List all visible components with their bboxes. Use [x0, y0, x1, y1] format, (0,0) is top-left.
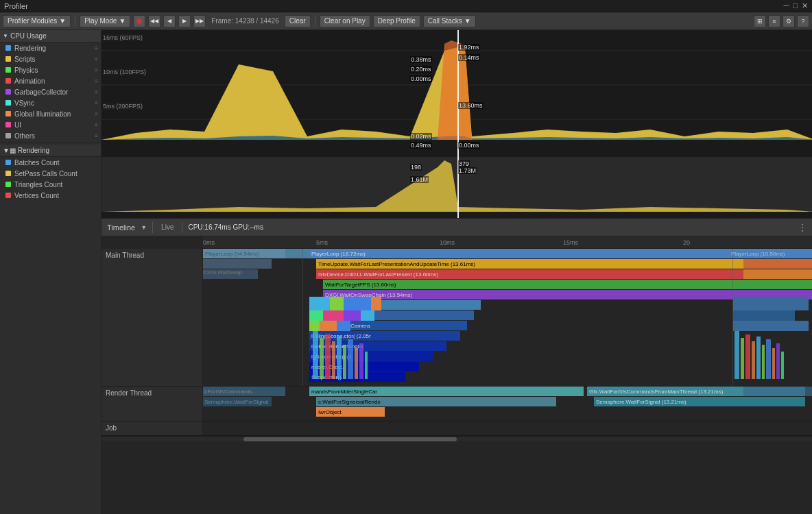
- toolbar-separator-1: [75, 16, 75, 27]
- clear-btn[interactable]: Clear: [285, 15, 311, 27]
- sidebar-item-gi[interactable]: Global Illumination ≡: [0, 108, 101, 119]
- maximize-icon[interactable]: □: [793, 1, 798, 10]
- svg-rect-14: [309, 310, 323, 321]
- close-icon[interactable]: ✕: [802, 1, 808, 10]
- timeline-menu-btn[interactable]: ⋮: [798, 223, 807, 232]
- cpu-section-header[interactable]: ▼ CPU Usage: [0, 30, 101, 42]
- bar-left-3: DXGl.WaitSwap: [203, 269, 258, 279]
- rt-left-1: lrForGfsCommands...: [203, 387, 285, 396]
- timeline-live: Live: [158, 223, 176, 231]
- sidebar-item-rendering[interactable]: Rendering ≡: [0, 42, 101, 53]
- prev-btn[interactable]: ◀: [163, 15, 176, 27]
- svg-rect-38: [745, 334, 750, 379]
- sidebar-item-setpass-count[interactable]: SetPass Calls Count: [0, 168, 101, 179]
- layout-btn-2[interactable]: ≡: [768, 15, 780, 27]
- svg-rect-11: [330, 297, 344, 310]
- svg-rect-12: [344, 297, 371, 310]
- settings-btn[interactable]: ⚙: [783, 15, 795, 27]
- timeline-content[interactable]: 0ms 5ms 10ms 15ms 20 Main Thread PlayerL…: [102, 236, 812, 514]
- main-thread-row: Main Thread PlayerLoop (h4.54ms) DXGl.Wa…: [102, 249, 812, 387]
- scripts-dot: [5, 56, 11, 62]
- svg-rect-44: [776, 343, 780, 379]
- perf-graph[interactable]: 16ms (60FPS) 10ms (100FPS) 5ms (200FPS) …: [102, 30, 812, 219]
- fps-label-200: 5ms (200FPS): [103, 103, 143, 110]
- ms-ann-0.00b: 0.00ms: [458, 142, 480, 149]
- rendering-section-header[interactable]: ▼ ▦ Rendering: [0, 145, 101, 157]
- minimize-icon[interactable]: ─: [784, 1, 789, 10]
- sidebar-divider: [0, 143, 101, 143]
- rendering-arrow: ▼: [3, 147, 10, 154]
- ms-ann-1.73M: 1.73M: [458, 167, 477, 174]
- clear-on-play-btn[interactable]: Clear on Play: [320, 15, 370, 27]
- ms-ann-1.92: 1.92ms: [458, 44, 480, 51]
- h-scrollbar-thumb[interactable]: [243, 437, 457, 441]
- fps-label-100: 10ms (100FPS): [103, 69, 146, 75]
- next-frame-btn[interactable]: ▶▶: [193, 15, 206, 27]
- timeline-dropdown-icon[interactable]: ▼: [141, 224, 147, 231]
- rt-main-2: c:WaitForSignersalRende: [316, 397, 556, 406]
- job-label: Job: [102, 421, 203, 435]
- section-divider-left: [302, 249, 303, 386]
- timeline-header: Timeline ▼ Live CPU:16.74ms GPU:--ms ⋮: [102, 219, 812, 236]
- sidebar-item-batches-count[interactable]: Batches Count: [0, 157, 101, 168]
- call-stacks-btn[interactable]: Call Stacks ▼: [423, 15, 476, 27]
- sidebar-item-ui[interactable]: UI ≡: [0, 119, 101, 130]
- fps-label-60: 16ms (60FPS): [103, 34, 143, 41]
- sidebar-item-triangles-count[interactable]: Triangles Count: [0, 179, 101, 190]
- time-ruler: 0ms 5ms 10ms 15ms 20: [203, 236, 812, 249]
- ms-ann-1.61M: 1.61M: [410, 176, 429, 183]
- dropdown-icon: ▼: [119, 17, 126, 25]
- help-btn[interactable]: ?: [797, 15, 809, 27]
- main-layout: ▼ CPU Usage Rendering ≡ Scripts ≡ Physic…: [0, 30, 812, 514]
- job-tracks: [203, 421, 812, 435]
- ms-ann-13.60: 13.60ms: [458, 102, 483, 109]
- next-btn[interactable]: ▶: [178, 15, 191, 27]
- rendering-dot: [5, 45, 11, 51]
- svg-rect-20: [337, 321, 350, 331]
- vertices-dot: [5, 193, 11, 198]
- batches-dot: [5, 160, 11, 165]
- gc-dot: [5, 89, 11, 95]
- sidebar-item-animation[interactable]: Animation ≡: [0, 75, 101, 86]
- animation-dot: [5, 78, 11, 84]
- sidebar-item-vsync[interactable]: VSync ≡: [0, 97, 101, 108]
- svg-rect-25: [332, 341, 335, 379]
- timeupdate-bar: TimeUpdate.WaitForLastPresentationAndUpd…: [316, 259, 812, 269]
- svg-rect-30: [359, 343, 363, 379]
- triangles-dot: [5, 182, 11, 187]
- svg-rect-31: [365, 352, 368, 379]
- svg-rect-41: [762, 345, 765, 379]
- svg-rect-37: [741, 338, 744, 379]
- svg-rect-23: [320, 338, 324, 379]
- record-btn[interactable]: [133, 15, 145, 27]
- timeline-sep-2: [182, 222, 182, 233]
- layout-btn-1[interactable]: ⊞: [754, 15, 766, 27]
- ms-ann-379: 379: [458, 160, 470, 167]
- sidebar-item-vertices-count[interactable]: Vertices Count: [0, 190, 101, 201]
- bar-left-1: [203, 249, 285, 258]
- toolbar-separator-2: [315, 16, 315, 27]
- sidebar-item-gc[interactable]: GarbageCollector ≡: [0, 86, 101, 97]
- svg-rect-15: [323, 310, 344, 321]
- prev-frame-btn[interactable]: ◀◀: [148, 15, 160, 27]
- svg-rect-26: [337, 336, 342, 379]
- sidebar-item-scripts[interactable]: Scripts ≡: [0, 53, 101, 64]
- svg-rect-17: [361, 310, 374, 321]
- rt-left-2: Semaphore.WaitForSignal: [203, 397, 272, 406]
- play-mode-btn[interactable]: Play Mode ▼: [80, 15, 130, 27]
- svg-rect-34: [733, 321, 809, 331]
- deep-profile-btn[interactable]: Deep Profile: [373, 15, 420, 27]
- svg-rect-32: [733, 297, 809, 310]
- rt-main-1: mandsFromMderSingleCar: [309, 387, 584, 396]
- svg-rect-10: [309, 297, 330, 310]
- bar-left-2: [203, 259, 272, 269]
- h-scrollbar[interactable]: [102, 436, 812, 441]
- title-text: Profiler: [4, 2, 28, 10]
- sidebar-item-others[interactable]: Others ≡: [0, 130, 101, 141]
- profiler-modules-btn[interactable]: Profiler Modules ▼: [3, 15, 71, 27]
- svg-rect-29: [355, 348, 358, 379]
- tick-5ms: 5ms: [316, 239, 328, 246]
- sidebar-item-physics[interactable]: Physics ≡: [0, 64, 101, 75]
- ms-ann-0.00a: 0.00ms: [410, 75, 432, 82]
- ms-ann-0.49: 0.49ms: [410, 142, 432, 149]
